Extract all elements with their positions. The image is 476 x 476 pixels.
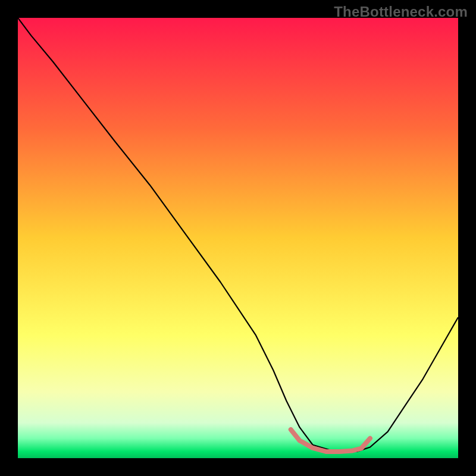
gradient-background	[18, 18, 458, 458]
watermark-text: TheBottleneck.com	[334, 4, 468, 20]
chart-container: TheBottleneck.com	[0, 0, 476, 476]
chart-svg	[18, 18, 458, 458]
plot-area	[18, 18, 458, 458]
